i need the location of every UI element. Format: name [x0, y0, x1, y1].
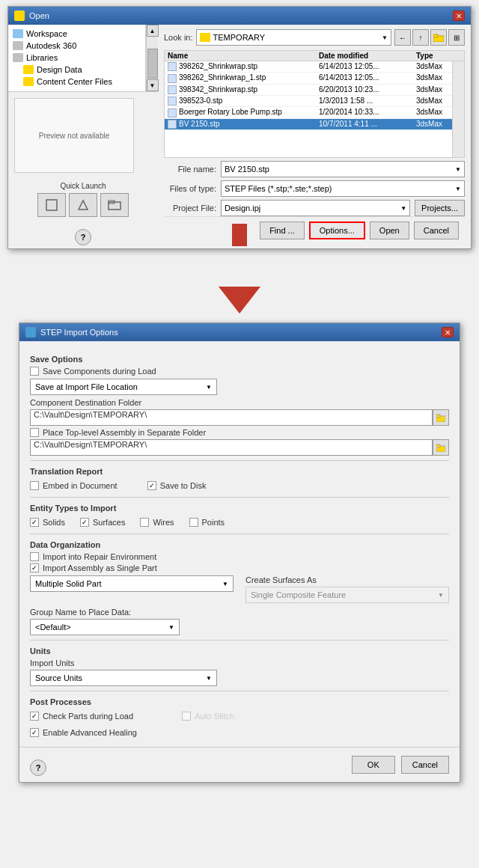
help-button[interactable]: ?: [75, 229, 91, 245]
check-parts-checkbox[interactable]: [30, 712, 39, 721]
ql-btn-3[interactable]: [100, 193, 129, 217]
import-repair-checkbox[interactable]: [30, 552, 39, 561]
save-to-disk-label: Save to Disk: [160, 481, 207, 490]
scrollbar-thumb[interactable]: [147, 49, 158, 79]
look-in-label: Look in:: [164, 33, 193, 42]
open-button[interactable]: Open: [370, 221, 409, 239]
new-folder-btn[interactable]: [430, 29, 447, 46]
ok-button[interactable]: OK: [352, 756, 395, 774]
file-list-scrollbar[interactable]: [452, 61, 464, 157]
file-list: 398262_Shrinkwrap.stp 6/14/2013 12:05...…: [164, 61, 465, 158]
import-assembly-label: Import Assembly as Single Part: [43, 563, 157, 572]
arrow-head: [219, 287, 260, 314]
save-components-label: Save Components during Load: [43, 367, 156, 376]
component-dest-input[interactable]: C:\Vault\Design\TEMPORARY\: [30, 409, 433, 426]
arrow-indicator: [0, 255, 479, 323]
file-name-combo[interactable]: BV 2150.stp ▼: [221, 161, 465, 177]
tree-item-content-center[interactable]: Content Center Files: [8, 76, 145, 88]
project-file-value: Design.ipj: [225, 204, 260, 213]
projects-button[interactable]: Projects...: [415, 200, 465, 216]
auto-stitch-checkbox[interactable]: [182, 712, 191, 721]
create-surfaces-value: Single Composite Feature: [251, 590, 346, 599]
enable-healing-label: Enable Advanced Healing: [43, 728, 137, 737]
import-assembly-checkbox[interactable]: [30, 563, 39, 572]
close-button[interactable]: ✕: [453, 10, 465, 21]
enable-healing-checkbox[interactable]: [30, 728, 39, 737]
scroll-down-btn[interactable]: ▼: [147, 79, 159, 91]
import-units-label: Import Units: [30, 658, 449, 667]
place-top-level-checkbox[interactable]: [30, 428, 39, 437]
file-date-4: 1/3/2013 1:58 ...: [319, 97, 416, 106]
post-process-checkboxes: Check Parts during Load Enable Advanced …: [30, 709, 449, 739]
file-row[interactable]: 398342_Shrinkwrap.stp 6/20/2013 10:23...…: [165, 85, 464, 96]
step-close-button[interactable]: ✕: [442, 327, 454, 337]
top-level-path-input[interactable]: C:\Vault\Design\TEMPORARY\: [30, 439, 433, 456]
file-row[interactable]: 398262_Shrinkwrap_1.stp 6/14/2013 12:05.…: [165, 73, 464, 84]
look-in-arrow-icon: ▼: [382, 34, 388, 41]
surfaces-checkbox[interactable]: [80, 518, 89, 527]
create-surfaces-arrow: ▼: [438, 592, 444, 599]
wires-checkbox[interactable]: [140, 518, 149, 527]
arrow-shape: [219, 264, 260, 314]
step-body: Save Options Save Components during Load…: [19, 341, 460, 747]
ql-btn-2[interactable]: [69, 193, 97, 217]
nav-back-btn[interactable]: ←: [394, 29, 411, 46]
content-center-icon: [23, 77, 34, 86]
save-to-disk-checkbox[interactable]: [147, 481, 156, 490]
scroll-up-btn[interactable]: ▲: [147, 25, 159, 37]
save-components-checkbox[interactable]: [30, 367, 39, 376]
tree-item-design-data[interactable]: Design Data: [8, 64, 145, 76]
autodesk360-icon: [13, 41, 23, 50]
solids-checkbox[interactable]: [30, 518, 39, 527]
top-level-path-row: C:\Vault\Design\TEMPORARY\: [30, 439, 449, 456]
solid-part-value: Multiple Solid Part: [35, 579, 102, 588]
tree-item-libraries[interactable]: Libraries: [8, 52, 145, 64]
file-list-header: Name Date modified Type: [164, 50, 465, 61]
file-row-selected[interactable]: BV 2150.stp 10/7/2011 4:11 ... 3dsMax: [165, 119, 464, 130]
points-checkbox[interactable]: [189, 518, 198, 527]
save-at-combo[interactable]: Save at Import File Location ▼: [30, 379, 217, 395]
step-cancel-button[interactable]: Cancel: [401, 756, 449, 774]
file-row[interactable]: Boerger Rotary Lobe Pump.stp 1/20/2014 1…: [165, 107, 464, 118]
file-icon: [168, 62, 177, 71]
ql-btn-1[interactable]: [37, 193, 66, 217]
find-button[interactable]: Find ...: [260, 221, 305, 239]
options-button[interactable]: Options...: [309, 221, 365, 239]
component-dest-browse[interactable]: [433, 409, 449, 426]
surfaces-row: Surfaces: [80, 518, 125, 527]
component-dest-path: C:\Vault\Design\TEMPORARY\: [34, 410, 147, 419]
tree-panel: Workspace Autodesk 360 Libraries Design …: [8, 25, 146, 91]
tree-item-workspace[interactable]: Workspace: [8, 28, 145, 40]
workspace-label: Workspace: [26, 29, 67, 38]
file-row[interactable]: 398523-0.stp 1/3/2013 1:58 ... 3dsMax: [165, 96, 464, 107]
file-name-arrow: ▼: [455, 166, 461, 173]
workspace-folder-icon: [13, 29, 23, 38]
file-row[interactable]: 398262_Shrinkwrap.stp 6/14/2013 12:05...…: [165, 61, 464, 73]
solids-label: Solids: [43, 518, 65, 527]
step-title-bar: STEP Import Options ✕: [19, 323, 460, 341]
source-units-combo[interactable]: Source Units ▼: [30, 670, 217, 686]
files-of-type-value: STEP Files (*.stp;*.ste;*.step): [225, 184, 332, 193]
embed-checkbox[interactable]: [30, 481, 39, 490]
group-name-combo[interactable]: <Default> ▼: [30, 619, 180, 635]
translation-report-label: Translation Report: [30, 467, 449, 476]
cancel-open-button[interactable]: Cancel: [414, 221, 459, 239]
look-in-combo[interactable]: TEMPORARY ▼: [196, 29, 391, 46]
solid-part-combo[interactable]: Multiple Solid Part ▼: [30, 575, 234, 592]
group-name-section: Group Name to Place Data: <Default> ▼: [30, 608, 449, 635]
file-icon: [168, 74, 177, 83]
title-bar-left: Open: [14, 10, 49, 21]
top-level-browse[interactable]: [433, 439, 449, 456]
create-surfaces-combo[interactable]: Single Composite Feature ▼: [245, 587, 449, 603]
view-toggle-btn[interactable]: ⊞: [448, 29, 465, 46]
design-data-icon: [23, 65, 34, 74]
data-org-label: Data Organization: [30, 540, 449, 549]
project-file-combo[interactable]: Design.ipj ▼: [221, 200, 410, 216]
tree-scrollbar[interactable]: ▲ ▼: [146, 25, 158, 91]
step-help-button[interactable]: ?: [30, 760, 46, 776]
files-of-type-combo[interactable]: STEP Files (*.stp;*.ste;*.step) ▼: [221, 180, 465, 197]
tree-item-autodesk360[interactable]: Autodesk 360: [8, 40, 145, 52]
units-label: Units: [30, 647, 449, 655]
help-row: ?: [8, 220, 158, 248]
nav-up-btn[interactable]: ↑: [412, 29, 429, 46]
